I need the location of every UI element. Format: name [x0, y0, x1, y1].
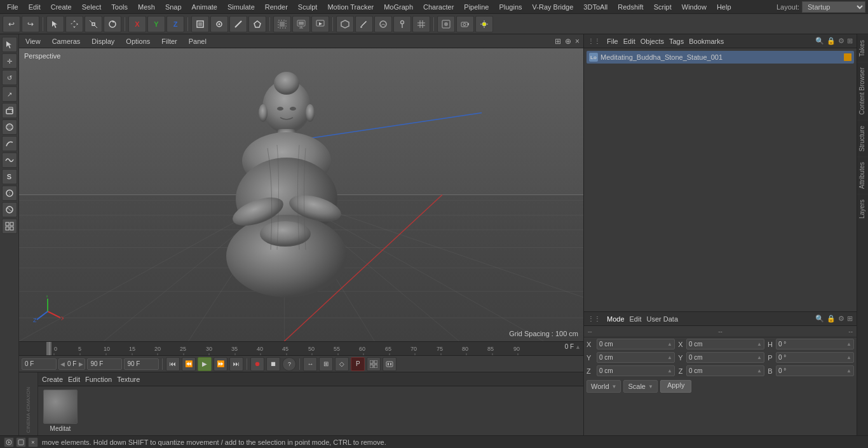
coord-h-rot-arrow[interactable]: ▲	[846, 341, 851, 347]
coord-y-scale[interactable]: 0 cm ▲	[686, 352, 764, 363]
obj-file[interactable]: File	[607, 37, 618, 45]
polygon-mode[interactable]	[248, 16, 266, 32]
menu-3dtoall[interactable]: 3DToAll	[579, 2, 612, 12]
scale-tl[interactable]: ⊞	[319, 357, 333, 371]
coord-x-pos-arrow[interactable]: ▲	[667, 341, 672, 347]
step-back[interactable]: ⏪	[182, 357, 196, 371]
menu-simulate[interactable]: Simulate	[223, 2, 259, 12]
obj-bookmarks[interactable]: Bookmarks	[689, 37, 724, 45]
move-tool[interactable]	[65, 16, 83, 32]
apply-button[interactable]: Apply	[660, 380, 692, 393]
timeline-end[interactable]: 90 F	[87, 358, 122, 370]
coord-y-pos-arrow[interactable]: ▲	[667, 355, 672, 360]
menu-snap[interactable]: Snap	[161, 2, 186, 12]
frame-step-fwd[interactable]: ▶	[79, 361, 83, 367]
display-mode[interactable]	[437, 16, 455, 32]
vp-icon-close[interactable]: ×	[575, 37, 580, 46]
tab-layers[interactable]: Layers	[857, 194, 868, 224]
menu-window[interactable]: Window	[677, 2, 711, 12]
coord-h-rot[interactable]: 0 ° ▲	[776, 339, 854, 350]
viewport-area[interactable]: View Cameras Display Options Filter Pane…	[19, 34, 583, 341]
coord-p-rot-arrow[interactable]: ▲	[846, 355, 851, 360]
menu-edit[interactable]: Edit	[24, 2, 45, 12]
status-icon-window[interactable]	[16, 437, 26, 447]
z-axis[interactable]: Z	[166, 16, 184, 32]
coord-x-scale[interactable]: 0 cm ▲	[686, 339, 764, 350]
obj-tags[interactable]: Tags	[669, 37, 684, 45]
menu-file[interactable]: File	[3, 2, 23, 12]
material-thumbnail[interactable]	[43, 390, 78, 424]
vp-tab-filter[interactable]: Filter	[159, 36, 179, 46]
scale-tool[interactable]	[85, 16, 102, 32]
x-axis[interactable]: X	[128, 16, 146, 32]
timeline-ruler[interactable]: 0 5 10 15 20 25 30 35 40	[19, 341, 583, 355]
attr-mode[interactable]: Mode	[607, 315, 625, 323]
attr-expand-icon[interactable]: ⊞	[847, 315, 853, 323]
grid-tool[interactable]	[412, 16, 430, 32]
frame-stepper[interactable]: ◀ 0 F ▶	[58, 358, 85, 370]
attr-lock-icon[interactable]: 🔒	[827, 315, 836, 323]
attr-search-icon[interactable]: 🔍	[815, 315, 824, 323]
menu-motion-tracker[interactable]: Motion Tracker	[323, 2, 378, 12]
world-dropdown[interactable]: World ▼	[587, 380, 621, 393]
menu-sculpt[interactable]: Sculpt	[294, 2, 322, 12]
rotate-tool[interactable]	[104, 16, 121, 32]
tool-material[interactable]	[2, 202, 17, 217]
film-btn[interactable]	[383, 357, 397, 371]
tab-attributes[interactable]: Attributes	[857, 156, 868, 194]
menu-character[interactable]: Character	[419, 2, 458, 12]
play[interactable]: ▶	[198, 357, 212, 371]
select-tool[interactable]	[46, 16, 64, 32]
grid-tl[interactable]	[367, 357, 381, 371]
camera-btn[interactable]	[456, 16, 474, 32]
vp-tab-cameras[interactable]: Cameras	[50, 36, 83, 46]
vp-tab-options[interactable]: Options	[123, 36, 153, 46]
render-active[interactable]	[311, 16, 329, 32]
object-mode[interactable]	[191, 16, 209, 32]
coord-z-scale-arrow[interactable]: ▲	[757, 368, 762, 374]
obj-lock-icon[interactable]: 🔒	[827, 37, 836, 45]
tool-nurbs[interactable]	[2, 153, 17, 168]
status-icon-close[interactable]: ×	[28, 437, 38, 447]
tab-structure[interactable]: Structure	[857, 120, 868, 157]
render-region[interactable]	[273, 16, 291, 32]
attr-settings-icon[interactable]: ⚙	[838, 315, 844, 323]
menu-script[interactable]: Script	[649, 2, 676, 12]
coord-y-scale-arrow[interactable]: ▲	[757, 355, 762, 360]
timeline-end2[interactable]: 90 F	[124, 358, 159, 370]
auto-key[interactable]: P	[351, 357, 365, 371]
y-axis[interactable]: Y	[147, 16, 165, 32]
coord-p-rot[interactable]: 0 ° ▲	[776, 352, 854, 363]
tab-takes[interactable]: Takes	[857, 34, 868, 62]
menu-create[interactable]: Create	[46, 2, 76, 12]
mat-function[interactable]: Function	[85, 376, 112, 383]
tool-move[interactable]: ✛	[2, 53, 17, 69]
coord-b-rot[interactable]: 0 ° ▲	[776, 365, 854, 376]
menu-mesh[interactable]: Mesh	[133, 2, 159, 12]
point-mode[interactable]	[210, 16, 228, 32]
scale-dropdown[interactable]: Scale ▼	[623, 380, 657, 393]
menu-redshift[interactable]: Redshift	[613, 2, 648, 12]
vp-tab-view[interactable]: View	[23, 36, 43, 46]
menu-help[interactable]: Help	[712, 2, 736, 12]
mat-create[interactable]: Create	[42, 376, 63, 383]
sculpt-tool[interactable]	[374, 16, 392, 32]
obj-search-icon[interactable]: 🔍	[815, 37, 824, 45]
paint-brush[interactable]	[355, 16, 373, 32]
menu-animate[interactable]: Animate	[187, 2, 222, 12]
tab-content-browser[interactable]: Content Browser	[857, 62, 868, 119]
frame-right-arrow[interactable]: ▲	[575, 344, 581, 350]
coord-z-pos[interactable]: 0 cm ▲	[597, 365, 675, 376]
timeline-start[interactable]: 0 F	[22, 358, 57, 370]
tool-spline[interactable]	[2, 136, 17, 151]
coord-z-pos-arrow[interactable]: ▲	[667, 368, 672, 374]
menu-select[interactable]: Select	[78, 2, 106, 12]
attr-edit[interactable]: Edit	[630, 315, 642, 323]
obj-objects[interactable]: Objects	[641, 37, 664, 45]
menu-mograph[interactable]: MoGraph	[379, 2, 417, 12]
render-view[interactable]	[292, 16, 310, 32]
move-tl[interactable]: ↔	[303, 357, 317, 371]
stop-btn[interactable]: ⏹	[266, 357, 280, 371]
tool-select[interactable]	[2, 37, 17, 52]
step-fwd[interactable]: ⏩	[214, 357, 227, 371]
